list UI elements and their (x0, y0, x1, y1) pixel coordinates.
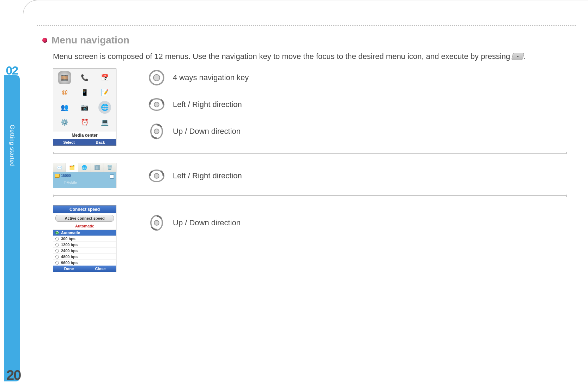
phone3-softkey-left: Done (53, 266, 85, 272)
svg-point-9 (154, 220, 159, 225)
phone3-title: Connect speed (53, 206, 116, 213)
phone2-tab-3: 🌐 (78, 163, 91, 172)
side-tab: Getting started (4, 75, 20, 381)
phone3-option-label: 300 bps (61, 237, 75, 241)
phone3-softkey-right: Close (85, 266, 116, 272)
phone3-option: Automatic (53, 230, 116, 236)
svg-point-3 (154, 102, 159, 107)
menu-icon-laptop: 💻 (98, 116, 111, 129)
radio-icon (55, 261, 59, 265)
nav-updown-icon (148, 214, 165, 231)
phone-screenshot-tabs: ✉️ 🗂️ 🌐 ℹ️ 🗑️ 15000 T-Mobile (53, 163, 116, 188)
bullet-icon (42, 38, 47, 43)
ok-key-icon (511, 53, 525, 60)
nav-4way-icon (148, 69, 165, 86)
nav-leftright-icon (148, 167, 165, 184)
phone3-option-label: 1200 bps (61, 243, 78, 247)
menu-icon-clock: ⏰ (78, 116, 91, 129)
phone1-softkey-left: Select (53, 139, 85, 146)
nav-item-updown-2: Up / Down direction (148, 214, 241, 231)
menu-icon-media: 🎞️ (58, 71, 71, 84)
example-row-2: ✉️ 🗂️ 🌐 ℹ️ 🗑️ 15000 T-Mobile Left (53, 163, 567, 188)
intro-text: Menu screen is composed of 12 menus. Use… (53, 51, 567, 62)
nav-4way-label: 4 ways navigation key (173, 73, 249, 82)
phone3-option: 4800 bps (53, 254, 116, 260)
section-title: Menu navigation (51, 35, 129, 46)
radio-icon (55, 255, 59, 259)
menu-icon-browser: 📱 (78, 86, 91, 99)
phone3-softkeys: Done Close (53, 266, 116, 272)
nav-updown-icon (148, 123, 165, 140)
menu-icon-notes: 📝 (98, 86, 111, 99)
phone2-tab-4: ℹ️ (91, 163, 104, 172)
intro-pre: Menu screen is composed of 12 menus. Use… (53, 52, 512, 61)
example-row-3: Connect speed Active connect speed Autom… (53, 205, 567, 272)
phone2-tab-5: 🗑️ (103, 163, 116, 172)
phone1-softkeys: Select Back (53, 139, 116, 146)
nav-key-legend-2: Left / Right direction (148, 167, 242, 184)
menu-icon-call: 📞 (78, 71, 91, 84)
section-heading: Menu navigation (42, 35, 567, 46)
phone3-option-list: Automatic 300 bps 1200 bps 2400 bps 4800… (53, 230, 116, 266)
phone3-current: Automatic (53, 223, 116, 230)
nav-updown-label: Up / Down direction (173, 127, 241, 136)
menu-icon-email: @ (58, 86, 71, 99)
radio-icon (55, 249, 59, 253)
phone-screenshot-menu: 🎞️ 📞 📅 @ 📱 📝 👥 📷 🌐 ⚙️ ⏰ 💻 Media center S… (53, 69, 116, 146)
radio-icon (55, 231, 59, 234)
phone3-option: 1200 bps (53, 242, 116, 248)
envelope-icon (55, 174, 60, 178)
phone2-count: 15000 (61, 174, 71, 178)
phone3-option-label: 2400 bps (61, 249, 78, 253)
phone2-tab-1: ✉️ (53, 163, 66, 172)
phone3-button: Active connect speed (55, 215, 114, 222)
phone2-carrier: T-Mobile (64, 181, 77, 184)
phone1-softkey-right: Back (85, 139, 116, 146)
nav-key-legend-3: Up / Down direction (148, 205, 241, 231)
svg-point-5 (154, 129, 159, 134)
nav-item-leftright: Left / Right direction (148, 96, 249, 113)
phone3-option-label: 4800 bps (61, 255, 78, 259)
svg-point-1 (153, 75, 160, 81)
section-divider-1 (53, 152, 567, 154)
phone3-option: 2400 bps (53, 248, 116, 254)
phone-screenshot-connect-speed: Connect speed Active connect speed Autom… (53, 205, 116, 272)
section-divider-2 (53, 195, 567, 197)
side-tab-label: Getting started (8, 125, 16, 167)
phone1-selected-label: Media center (53, 131, 116, 139)
sidebar: 02 Getting started (0, 64, 24, 381)
menu-icon-calendar: 📅 (98, 71, 111, 84)
nav-updown-label-2: Up / Down direction (173, 218, 241, 227)
menu-icon-contacts: 👥 (58, 101, 71, 114)
phone2-tab-2: 🗂️ (66, 163, 79, 172)
content: Menu navigation Menu screen is composed … (42, 35, 567, 272)
dotted-divider (37, 25, 576, 26)
menu-icon-camera: 📷 (78, 101, 91, 114)
phone3-option: 9600 bps (53, 260, 116, 266)
nav-leftright-label: Left / Right direction (173, 100, 242, 109)
page-number: 20 (6, 367, 21, 383)
menu-icon-globe: 🌐 (98, 101, 111, 114)
menu-icon-settings: ⚙️ (58, 116, 71, 129)
example-row-1: 🎞️ 📞 📅 @ 📱 📝 👥 📷 🌐 ⚙️ ⏰ 💻 Media center S… (53, 69, 567, 146)
nav-item-leftright-2: Left / Right direction (148, 167, 242, 184)
nav-item-4way: 4 ways navigation key (148, 69, 249, 86)
phone3-option: 300 bps (53, 236, 116, 242)
nav-key-legend-1: 4 ways navigation key Left / Right direc… (148, 69, 249, 140)
nav-leftright-icon (148, 96, 165, 113)
phone2-calendar-icon (110, 174, 114, 179)
nav-item-updown: Up / Down direction (148, 123, 249, 140)
phone3-option-label: 9600 bps (61, 261, 78, 265)
nav-leftright-label-2: Left / Right direction (173, 171, 242, 180)
svg-point-7 (154, 173, 159, 178)
phone3-option-label: Automatic (61, 231, 80, 235)
radio-icon (55, 237, 59, 240)
radio-icon (55, 243, 59, 247)
phone2-message-row: 15000 (55, 174, 71, 178)
